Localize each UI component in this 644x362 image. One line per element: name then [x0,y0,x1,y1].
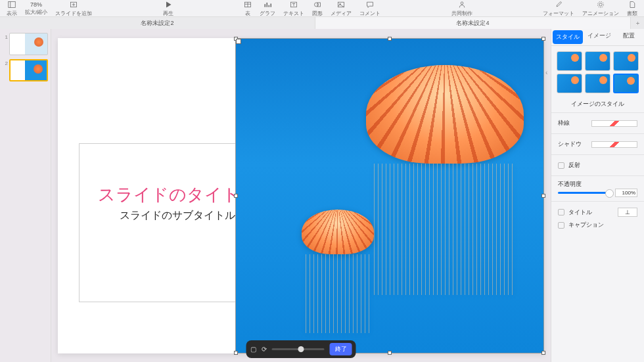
resize-handle[interactable] [234,351,238,355]
thumb-number: 2 [3,59,8,66]
comment-button[interactable]: コメント [357,0,383,17]
done-button[interactable]: 終了 [330,343,352,355]
zoom-label: 拡大/縮小 [25,9,47,16]
animate-icon [597,1,605,9]
sidebar-icon [8,1,16,9]
tab-arrange[interactable]: 配置 [614,29,644,45]
title-align[interactable]: ⊥ [618,208,637,217]
slide-thumb-2[interactable]: 2 [3,59,48,81]
document-tabs: 名称未設定2 名称未設定4 ＋ [0,17,644,29]
tab-image[interactable]: イメージ [584,29,614,45]
shadow-swatch[interactable] [591,141,637,148]
title-checkbox[interactable] [558,209,564,215]
tab-style[interactable]: スタイル [553,30,583,44]
view-menu[interactable]: 表示 [4,0,20,17]
reflect-row[interactable]: 反射 [558,159,637,171]
comment-icon [366,1,374,9]
mask-icon[interactable]: ▢ [250,346,256,353]
collab-button[interactable]: 共同制作 [449,0,475,17]
table-button[interactable]: 表 [241,0,254,17]
border-row[interactable]: 枠線 [558,117,637,129]
chart-button[interactable]: グラフ [257,0,278,17]
collab-icon [458,1,466,9]
style-presets [551,46,644,99]
svg-point-10 [599,3,603,6]
style-preset[interactable] [557,74,582,93]
plus-icon [70,1,78,9]
zoom-value[interactable]: 78% [28,1,45,8]
table-icon [244,1,252,9]
play-icon [164,1,172,9]
inspector-tabs: スタイル イメージ 配置 [551,29,644,46]
reflect-checkbox[interactable] [558,162,564,169]
resize-handle[interactable] [541,194,545,198]
svg-point-9 [461,1,463,4]
doc-tab-1[interactable]: 名称未設定2 [0,17,315,29]
document-icon [628,1,636,9]
opacity-value[interactable]: 100% [615,189,637,197]
caption-checkbox[interactable] [558,222,564,229]
style-preset[interactable] [613,74,639,93]
new-tab-button[interactable]: ＋ [631,17,644,29]
play-button[interactable]: 再生 [160,0,176,17]
style-preset[interactable] [613,51,639,71]
thumb-preview [9,59,48,81]
selected-image[interactable] [235,38,544,353]
border-label: 枠線 [558,119,570,127]
resize-handle[interactable] [388,351,392,355]
chart-icon [264,1,271,9]
resize-handle[interactable] [234,194,238,198]
play-label: 再生 [163,10,173,17]
zoom-slider[interactable] [272,348,325,350]
thumb-number: 1 [3,33,8,40]
zoom-control[interactable]: 78% 拡大/縮小 [22,1,50,16]
svg-point-11 [597,1,603,7]
resize-handle[interactable] [388,37,392,41]
format-button[interactable]: フォーマット [540,0,577,17]
inspector-panel: スタイル イメージ 配置 ‹ › イメージのスタイル 枠線 [551,29,644,362]
resize-handle[interactable] [234,37,238,41]
media-button[interactable]: メディア [328,0,354,17]
canvas[interactable]: スライドのタイトル スライドのサブタイトル ▢ ⟳ [51,29,551,362]
rotate-icon[interactable]: ⟳ [262,346,267,353]
shape-icon [313,1,321,9]
text-button[interactable]: テキスト [281,0,307,17]
text-icon [290,1,298,9]
shadow-label: シャドウ [558,140,582,148]
svg-point-5 [315,3,319,7]
document-button[interactable]: 書類 [624,0,640,17]
svg-rect-0 [9,1,16,7]
thumb-preview [9,33,48,55]
title-cb-label: タイトル [564,208,618,217]
style-preset[interactable] [585,74,610,93]
animate-button[interactable]: アニメーション [580,0,622,17]
opacity-label: 不透明度 [558,180,637,189]
shadow-row[interactable]: シャドウ [558,138,637,150]
style-preset[interactable] [557,51,582,71]
media-icon [337,1,345,9]
opacity-slider[interactable] [558,192,611,194]
view-label: 表示 [7,10,17,17]
resize-handle[interactable] [541,37,545,41]
add-slide-button[interactable]: スライドを追加 [53,0,95,17]
style-preset[interactable] [585,51,610,71]
add-slide-label: スライドを追加 [55,10,92,17]
shape-button[interactable]: 図形 [310,0,325,17]
toolbar: 表示 78% 拡大/縮小 スライドを追加 再生 表 グラフ テキスト 図形 メデ… [0,0,644,17]
image-edit-toolbar: ▢ ⟳ 終了 [246,340,356,358]
jellyfish-image [236,39,543,353]
doc-tab-2[interactable]: 名称未設定4 [315,17,631,29]
prev-styles[interactable]: ‹ [545,69,547,76]
slide[interactable]: スライドのタイトル スライドのサブタイトル [58,38,544,353]
image-style-title: イメージのスタイル [551,99,644,112]
slide-thumb-1[interactable]: 1 [3,33,48,55]
reflect-label: 反射 [564,161,637,170]
caption-cb-label: キャプション [564,221,637,229]
slide-navigator: 1 2 [0,29,51,362]
border-swatch[interactable] [591,120,637,127]
brush-icon [555,1,563,9]
resize-handle[interactable] [541,351,545,355]
